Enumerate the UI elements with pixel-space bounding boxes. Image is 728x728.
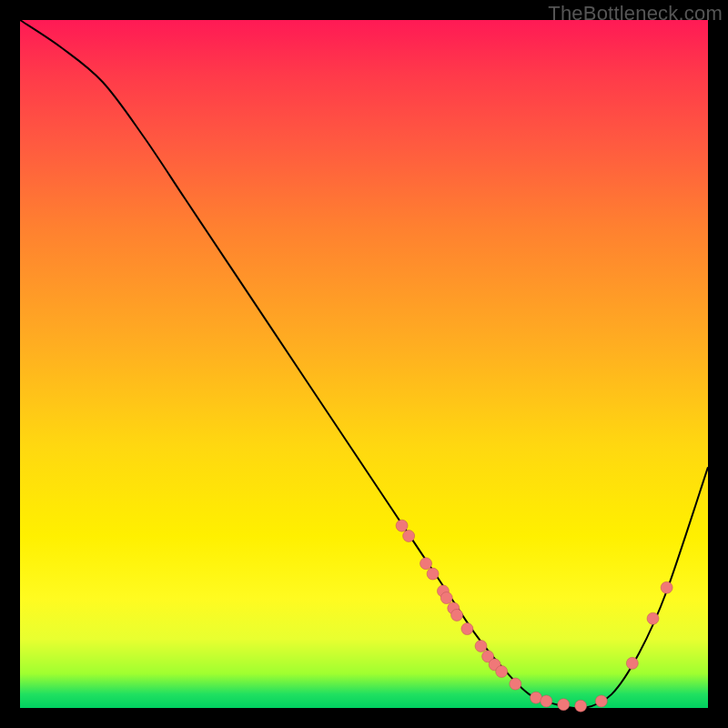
data-dot bbox=[647, 612, 659, 624]
data-dot bbox=[575, 700, 587, 712]
curve-line bbox=[20, 20, 708, 709]
chart-frame: TheBottleneck.com bbox=[0, 0, 728, 728]
data-dot bbox=[427, 568, 439, 580]
data-dot bbox=[475, 640, 487, 652]
data-dot bbox=[403, 531, 415, 542]
data-dot bbox=[510, 678, 521, 690]
data-dots bbox=[396, 520, 672, 712]
data-dot bbox=[531, 692, 542, 703]
data-dot bbox=[461, 623, 473, 635]
data-dot bbox=[558, 699, 570, 711]
data-dot bbox=[440, 592, 452, 604]
data-dot bbox=[451, 609, 463, 621]
data-dot bbox=[595, 695, 607, 707]
data-dot bbox=[396, 520, 408, 531]
data-dot bbox=[496, 665, 508, 677]
watermark-text: TheBottleneck.com bbox=[548, 2, 723, 25]
plot-area bbox=[20, 20, 708, 708]
data-dot bbox=[420, 558, 432, 570]
data-dot bbox=[661, 581, 672, 593]
chart-svg bbox=[20, 20, 708, 708]
data-dot bbox=[541, 695, 552, 707]
data-dot bbox=[626, 657, 638, 669]
